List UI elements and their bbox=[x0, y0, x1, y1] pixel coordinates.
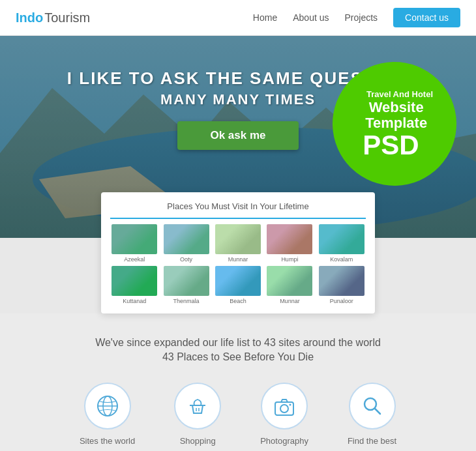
logo-tourism: Tourism bbox=[44, 10, 90, 25]
svg-line-14 bbox=[375, 409, 380, 414]
place-label: Ooty bbox=[180, 256, 192, 263]
feature-photography-label: Photography bbox=[260, 436, 308, 446]
place-item[interactable]: Punaloor bbox=[318, 266, 366, 304]
feature-find-label: Find the best bbox=[348, 436, 396, 446]
place-thumbnail bbox=[267, 224, 312, 254]
expanded-text-main: We've since expanded our life list to 43… bbox=[13, 337, 463, 349]
feature-shopping-label: Shopping bbox=[180, 436, 216, 446]
badge-psd: PSD bbox=[363, 131, 419, 158]
feature-find: Find the best bbox=[348, 383, 396, 446]
search-icon-circle[interactable] bbox=[349, 383, 396, 429]
features-row: Sites the world Shopping bbox=[13, 383, 463, 446]
place-item[interactable]: Azeekal bbox=[110, 224, 158, 263]
place-thumbnail bbox=[319, 266, 364, 296]
place-label: Beach bbox=[230, 298, 246, 304]
places-grid-row2: KuttanadThenmalaBeachMunnarPunaloor bbox=[110, 266, 366, 304]
places-divider bbox=[110, 218, 366, 219]
place-item[interactable]: Munnar bbox=[265, 266, 314, 304]
place-thumbnail bbox=[215, 224, 261, 254]
places-grid-row1: AzeekalOotyMunnarHumpiKovalam bbox=[110, 224, 366, 263]
camera-icon-circle[interactable] bbox=[261, 383, 308, 429]
nav-projects[interactable]: Projects bbox=[344, 12, 378, 23]
contact-button[interactable]: Contact us bbox=[393, 8, 460, 27]
ask-button[interactable]: Ok ask me bbox=[177, 121, 298, 150]
place-label: Azeekal bbox=[124, 256, 145, 263]
feature-sites: Sites the world bbox=[80, 383, 135, 446]
feature-photography: Photography bbox=[260, 383, 308, 446]
feature-sites-label: Sites the world bbox=[80, 436, 135, 446]
place-item[interactable]: Ooty bbox=[162, 224, 210, 263]
svg-point-12 bbox=[290, 404, 291, 406]
place-item[interactable]: Beach bbox=[214, 266, 262, 304]
place-label: Munnar bbox=[280, 298, 300, 304]
place-thumbnail bbox=[164, 266, 209, 296]
place-label: Munnar bbox=[228, 256, 248, 263]
place-label: Punaloor bbox=[330, 298, 353, 304]
nav-about[interactable]: About us bbox=[293, 12, 329, 23]
expanded-text-sub: 43 Places to See Before You Die bbox=[13, 351, 463, 363]
nav: Home About us Projects Contact us bbox=[253, 8, 460, 27]
place-item[interactable]: Kovalam bbox=[318, 224, 366, 263]
feature-shopping: Shopping bbox=[174, 383, 221, 446]
place-label: Thenmala bbox=[173, 298, 200, 304]
place-item[interactable]: Kuttanad bbox=[110, 266, 158, 304]
logo-indo: Indo bbox=[16, 10, 43, 25]
expanded-section: We've since expanded our life list to 43… bbox=[0, 313, 476, 451]
globe-icon bbox=[96, 394, 119, 418]
svg-point-11 bbox=[280, 405, 288, 413]
globe-icon-circle[interactable] bbox=[84, 383, 131, 429]
basket-icon-circle[interactable] bbox=[174, 383, 221, 429]
header: Indo Tourism Home About us Projects Cont… bbox=[0, 0, 476, 36]
place-thumbnail bbox=[267, 266, 312, 296]
place-item[interactable]: Munnar bbox=[214, 224, 262, 263]
place-thumbnail bbox=[215, 266, 261, 296]
badge-line2: WebsiteTemplate bbox=[365, 100, 427, 131]
place-thumbnail bbox=[112, 266, 157, 296]
place-item[interactable]: Humpi bbox=[265, 224, 314, 263]
search-icon bbox=[361, 394, 384, 418]
place-thumbnail bbox=[319, 224, 364, 254]
places-card: Places You Must Visit In Your Lifetime A… bbox=[101, 192, 375, 313]
place-label: Kuttanad bbox=[123, 298, 146, 304]
place-label: Humpi bbox=[281, 256, 298, 263]
nav-home[interactable]: Home bbox=[253, 12, 277, 23]
place-thumbnail bbox=[112, 224, 157, 254]
places-title: Places You Must Visit In Your Lifetime bbox=[110, 201, 366, 211]
basket-icon bbox=[186, 394, 209, 418]
place-label: Kovalam bbox=[330, 256, 353, 263]
camera-icon bbox=[273, 394, 296, 418]
place-thumbnail bbox=[164, 224, 209, 254]
place-item[interactable]: Thenmala bbox=[162, 266, 210, 304]
logo: Indo Tourism bbox=[16, 10, 90, 25]
